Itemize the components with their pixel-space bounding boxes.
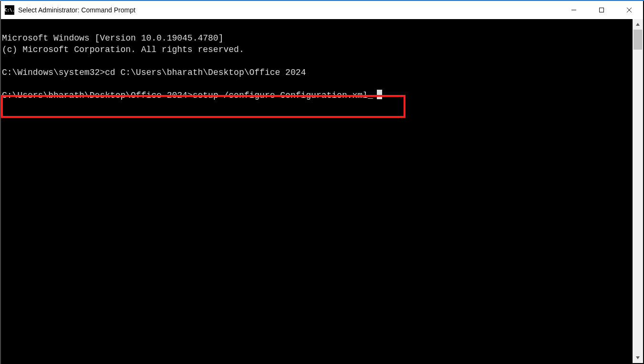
text-cursor	[377, 90, 382, 99]
titlebar[interactable]: C:\. Select Administrator: Command Promp…	[1, 1, 643, 19]
prompt-path-1: C:\Windows\system32>	[2, 68, 105, 77]
vertical-scrollbar[interactable]	[633, 19, 643, 363]
prompt-cmd-2: setup /configure Configuration.xml	[193, 91, 368, 100]
scroll-track[interactable]	[633, 30, 643, 353]
console-output[interactable]: Microsoft Windows [Version 10.0.19045.47…	[1, 19, 633, 363]
console-prompt-2: C:\Users\bharath\Desktop\Office 2024>set…	[2, 91, 382, 100]
console-line-version: Microsoft Windows [Version 10.0.19045.47…	[2, 33, 223, 43]
scroll-up-arrow-icon[interactable]	[633, 19, 643, 30]
prompt-cmd-1: cd C:\Users\bharath\Desktop\Office 2024	[105, 68, 306, 77]
maximize-button[interactable]	[588, 1, 615, 19]
scroll-down-arrow-icon[interactable]	[633, 353, 643, 363]
prompt-path-2: C:\Users\bharath\Desktop\Office 2024>	[2, 91, 193, 100]
svg-marker-5	[636, 356, 640, 359]
console-area: Microsoft Windows [Version 10.0.19045.47…	[1, 19, 643, 363]
console-prompt-1: C:\Windows\system32>cd C:\Users\bharath\…	[2, 68, 306, 77]
scroll-thumb[interactable]	[634, 30, 642, 50]
command-prompt-window: C:\. Select Administrator: Command Promp…	[1, 1, 643, 363]
svg-marker-4	[636, 23, 640, 26]
minimize-button[interactable]	[560, 1, 588, 19]
window-title: Select Administrator: Command Prompt	[18, 6, 135, 14]
window-controls	[560, 1, 643, 19]
cmd-app-icon: C:\.	[5, 5, 14, 15]
cmd-app-icon-label: C:\.	[4, 8, 15, 12]
caret-underscore: _	[368, 90, 373, 101]
close-button[interactable]	[615, 1, 643, 19]
console-line-copyright: (c) Microsoft Corporation. All rights re…	[2, 45, 244, 54]
svg-rect-1	[600, 8, 604, 12]
